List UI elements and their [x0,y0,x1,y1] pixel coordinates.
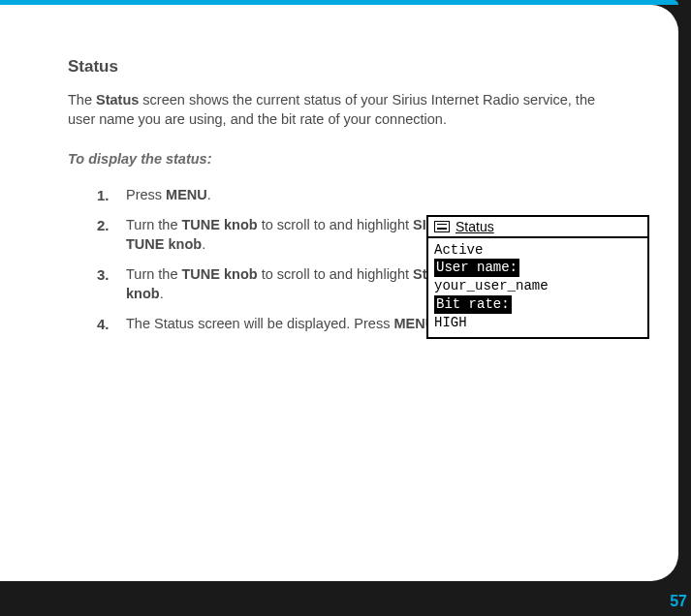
page-content: Status The Status screen shows the curre… [0,5,678,365]
step-1-text: Press [126,187,166,202]
device-display: Status Active User name: your_user_name … [426,215,649,339]
page-frame: Status The Status screen shows the curre… [0,5,678,581]
step-1: Press MENU. [97,186,611,205]
intro-post: screen shows the current status of your … [68,92,595,127]
display-body: Active User name: your_user_name Bit rat… [428,238,647,337]
display-title-text: Status [455,219,494,234]
page-title: Status [68,57,611,77]
intro-pre: The [68,92,96,108]
steps-container: Press MENU. Turn the TUNE knob to scroll… [68,186,611,334]
subheading: To display the status: [68,151,611,167]
step-1-post: . [207,187,211,202]
menu-icon [434,221,450,232]
display-rate-label: Bit rate: [434,295,512,314]
intro-bold: Status [96,92,139,108]
page-number: 57 [670,593,687,610]
display-user-label: User name: [434,259,519,277]
step-4-text: The Status screen will be displayed. Pre… [126,316,393,331]
display-rate-value: HIGH [434,314,642,332]
display-titlebar: Status [428,217,647,238]
display-user-value: your_user_name [434,277,642,295]
display-status-line: Active [434,241,642,260]
intro-paragraph: The Status screen shows the current stat… [68,90,611,130]
step-1-bold: MENU [166,187,207,202]
